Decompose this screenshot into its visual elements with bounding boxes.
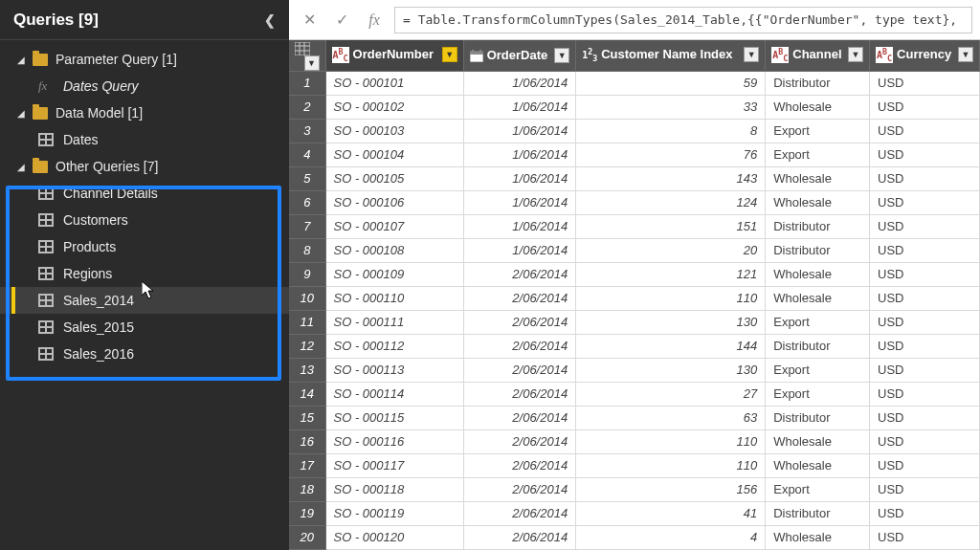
row-number[interactable]: 9 — [289, 262, 325, 286]
cell-channel[interactable]: Export — [766, 477, 870, 501]
cell-channel[interactable]: Export — [766, 119, 870, 143]
cell-channel[interactable]: Wholesale — [766, 525, 870, 549]
cell-channel[interactable]: Wholesale — [766, 166, 870, 190]
cell-channel[interactable]: Wholesale — [766, 262, 870, 286]
cell-customerindex[interactable]: 110 — [576, 286, 766, 310]
cell-customerindex[interactable]: 33 — [576, 95, 766, 119]
cell-orderdate[interactable]: 2/06/2014 — [463, 525, 576, 549]
cell-customerindex[interactable]: 144 — [576, 334, 766, 358]
row-number[interactable]: 7 — [289, 214, 325, 238]
cell-orderdate[interactable]: 1/06/2014 — [463, 143, 576, 166]
cell-customerindex[interactable]: 124 — [576, 190, 766, 214]
cell-orderdate[interactable]: 1/06/2014 — [463, 190, 576, 214]
row-number[interactable]: 17 — [289, 453, 325, 477]
row-number[interactable]: 10 — [289, 286, 325, 310]
cell-orderdate[interactable]: 1/06/2014 — [463, 214, 576, 238]
row-menu-dropdown-icon[interactable]: ▼ — [304, 55, 320, 71]
query-item[interactable]: Channel Details — [0, 180, 289, 207]
cell-ordernumber[interactable]: SO - 000106 — [325, 190, 463, 214]
cell-orderdate[interactable]: 1/06/2014 — [463, 95, 576, 119]
cell-ordernumber[interactable]: SO - 000107 — [325, 214, 463, 238]
cell-channel[interactable]: Distributor — [766, 334, 870, 358]
cell-orderdate[interactable]: 2/06/2014 — [463, 310, 576, 334]
cell-customerindex[interactable]: 4 — [576, 525, 766, 549]
row-number[interactable]: 8 — [289, 238, 325, 262]
table-row[interactable]: 13SO - 0001132/06/2014130ExportUSD — [289, 358, 980, 382]
column-filter-dropdown-icon[interactable]: ▼ — [848, 47, 863, 62]
row-number[interactable]: 5 — [289, 166, 325, 190]
row-number[interactable]: 14 — [289, 382, 325, 406]
table-row[interactable]: 18SO - 0001182/06/2014156ExportUSD — [289, 477, 980, 501]
cell-orderdate[interactable]: 2/06/2014 — [463, 453, 576, 477]
cell-orderdate[interactable]: 2/06/2014 — [463, 382, 576, 406]
table-row[interactable]: 8SO - 0001081/06/201420DistributorUSD — [289, 238, 980, 262]
cell-ordernumber[interactable]: SO - 000104 — [325, 143, 463, 166]
table-row[interactable]: 15SO - 0001152/06/201463DistributorUSD — [289, 406, 980, 429]
column-header[interactable]: ABCCurrency▼ — [870, 40, 980, 71]
cell-currency[interactable]: USD — [870, 214, 980, 238]
cell-ordernumber[interactable]: SO - 000115 — [325, 406, 463, 429]
query-group[interactable]: ◢Other Queries [7] — [0, 153, 289, 180]
cell-currency[interactable]: USD — [870, 95, 980, 119]
formula-input[interactable] — [394, 7, 972, 33]
cell-orderdate[interactable]: 2/06/2014 — [463, 429, 576, 453]
cell-currency[interactable]: USD — [870, 453, 980, 477]
cell-channel[interactable]: Export — [766, 382, 870, 406]
query-item[interactable]: Dates — [0, 126, 289, 153]
cell-ordernumber[interactable]: SO - 000103 — [325, 119, 463, 143]
cell-channel[interactable]: Export — [766, 358, 870, 382]
cell-customerindex[interactable]: 143 — [576, 166, 766, 190]
table-row[interactable]: 10SO - 0001102/06/2014110WholesaleUSD — [289, 286, 980, 310]
cell-customerindex[interactable]: 27 — [576, 382, 766, 406]
row-number[interactable]: 15 — [289, 406, 325, 429]
column-header[interactable]: OrderDate▼ — [463, 40, 576, 71]
cell-orderdate[interactable]: 2/06/2014 — [463, 358, 576, 382]
cell-customerindex[interactable]: 151 — [576, 214, 766, 238]
cell-ordernumber[interactable]: SO - 000110 — [325, 286, 463, 310]
cell-currency[interactable]: USD — [870, 501, 980, 525]
cell-channel[interactable]: Export — [766, 143, 870, 166]
collapse-sidebar-icon[interactable]: ❮ — [264, 12, 276, 28]
row-number[interactable]: 20 — [289, 525, 325, 549]
table-row[interactable]: 12SO - 0001122/06/2014144DistributorUSD — [289, 334, 980, 358]
cell-currency[interactable]: USD — [870, 382, 980, 406]
table-row[interactable]: 2SO - 0001021/06/201433WholesaleUSD — [289, 95, 980, 119]
cell-orderdate[interactable]: 2/06/2014 — [463, 262, 576, 286]
cell-customerindex[interactable]: 110 — [576, 429, 766, 453]
row-number[interactable]: 2 — [289, 95, 325, 119]
row-number[interactable]: 4 — [289, 143, 325, 166]
table-row[interactable]: 17SO - 0001172/06/2014110WholesaleUSD — [289, 453, 980, 477]
cell-currency[interactable]: USD — [870, 262, 980, 286]
cell-orderdate[interactable]: 2/06/2014 — [463, 477, 576, 501]
table-row[interactable]: 16SO - 0001162/06/2014110WholesaleUSD — [289, 429, 980, 453]
cell-orderdate[interactable]: 2/06/2014 — [463, 334, 576, 358]
row-number[interactable]: 11 — [289, 310, 325, 334]
query-item[interactable]: Sales_2015 — [0, 314, 289, 341]
table-row[interactable]: 9SO - 0001092/06/2014121WholesaleUSD — [289, 262, 980, 286]
cell-orderdate[interactable]: 2/06/2014 — [463, 501, 576, 525]
cell-channel[interactable]: Distributor — [766, 501, 870, 525]
cell-currency[interactable]: USD — [870, 429, 980, 453]
table-row[interactable]: 4SO - 0001041/06/201476ExportUSD — [289, 143, 980, 166]
cancel-formula-icon[interactable]: ✕ — [297, 8, 322, 33]
cell-currency[interactable]: USD — [870, 119, 980, 143]
cell-currency[interactable]: USD — [870, 525, 980, 549]
column-filter-dropdown-icon[interactable]: ▼ — [554, 48, 569, 63]
cell-currency[interactable]: USD — [870, 358, 980, 382]
table-row[interactable]: 7SO - 0001071/06/2014151DistributorUSD — [289, 214, 980, 238]
cell-channel[interactable]: Wholesale — [766, 453, 870, 477]
cell-orderdate[interactable]: 1/06/2014 — [463, 119, 576, 143]
accept-formula-icon[interactable]: ✓ — [329, 8, 354, 33]
cell-ordernumber[interactable]: SO - 000111 — [325, 310, 463, 334]
cell-channel[interactable]: Distributor — [766, 406, 870, 429]
cell-channel[interactable]: Wholesale — [766, 190, 870, 214]
cell-currency[interactable]: USD — [870, 166, 980, 190]
cell-currency[interactable]: USD — [870, 334, 980, 358]
cell-ordernumber[interactable]: SO - 000102 — [325, 95, 463, 119]
cell-customerindex[interactable]: 20 — [576, 238, 766, 262]
query-item[interactable]: Sales_2016 — [0, 341, 289, 367]
cell-customerindex[interactable]: 156 — [576, 477, 766, 501]
cell-ordernumber[interactable]: SO - 000116 — [325, 429, 463, 453]
query-item[interactable]: Products — [0, 233, 289, 260]
cell-customerindex[interactable]: 130 — [576, 310, 766, 334]
